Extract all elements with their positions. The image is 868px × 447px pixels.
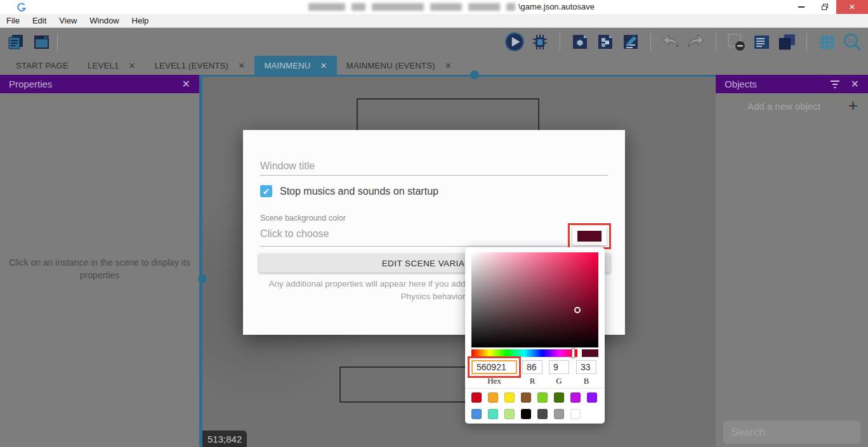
objects-panel-title: Objects [725,79,757,89]
properties-panel-title: Properties [9,79,52,89]
preset-color-swatch[interactable] [537,392,548,403]
menu-view[interactable]: View [53,14,83,28]
preset-swatch-row [471,409,581,419]
close-icon[interactable]: ✕ [182,78,190,90]
preset-color-swatch[interactable] [554,409,564,419]
menu-window[interactable]: Window [83,14,125,28]
stop-sounds-checkbox[interactable]: ✓ [260,185,272,197]
grid-icon[interactable] [816,31,838,53]
saturation-cursor[interactable] [574,307,581,313]
field-underline [260,246,568,247]
annotation-highlight [568,223,611,249]
toolbar-separator [57,33,58,51]
titlebar-filename: \game.json.autosave [518,2,595,11]
scene-editor-icon[interactable] [30,31,52,53]
menubar: File Edit View Window Help [0,14,868,28]
preset-color-swatch[interactable] [521,409,531,419]
project-manager-icon[interactable] [5,31,27,53]
filter-icon[interactable] [829,80,841,89]
objects-editor-icon[interactable] [569,31,591,53]
scene-background-label: Scene background color [260,214,346,223]
tabbar: START PAGE LEVEL1 ✕ LEVEL1 (EVENTS) ✕ MA… [0,56,868,75]
saturation-area[interactable] [471,252,598,347]
preset-color-swatch[interactable] [537,409,548,419]
preset-color-swatch[interactable] [521,392,531,403]
tab-close-icon[interactable]: ✕ [238,61,245,70]
titlebar-redacted-path [308,3,515,11]
cursor-coordinates-badge: 513;842 [202,431,247,447]
preset-color-swatch[interactable] [471,409,482,419]
hex-field-label: Hex [487,376,501,386]
titlebar: \game.json.autosave ✕ [0,0,868,14]
add-object-row[interactable]: Add a new object + [716,93,868,119]
preset-color-swatch[interactable] [488,392,498,403]
toolbar-separator [650,33,651,51]
toolbar-separator [806,33,807,51]
minimize-icon [798,6,805,8]
scene-background-swatch-button[interactable] [572,227,607,245]
g-field-label: G [556,376,562,386]
tab-level1-events[interactable]: LEVEL1 (EVENTS) ✕ [145,56,255,75]
close-icon: ✕ [849,3,855,11]
close-button[interactable]: ✕ [836,0,868,14]
tab-mainmenu-events[interactable]: MAINMENU (EVENTS) ✕ [337,56,461,75]
current-color-preview [582,349,598,357]
menu-file[interactable]: File [0,14,26,28]
preset-color-swatch[interactable] [471,392,482,403]
tab-close-icon[interactable]: ✕ [128,61,135,70]
undo-icon[interactable] [660,31,681,53]
objects-search-input[interactable] [731,426,868,439]
tab-label: MAINMENU (EVENTS) [346,61,435,70]
preset-color-swatch[interactable] [587,392,597,403]
tab-level1[interactable]: LEVEL1 ✕ [78,56,145,75]
tab-label: LEVEL1 (EVENTS) [155,61,229,70]
zoom-1-1-icon[interactable]: 1:1 [841,31,863,53]
tab-close-icon[interactable]: ✕ [320,61,327,70]
minimize-button[interactable] [789,0,813,14]
gdevelop-logo-icon [16,2,27,12]
color-picker-popup: Hex R G B [465,247,605,424]
preset-color-swatch[interactable] [504,392,515,403]
popup-divider [465,388,605,389]
redo-icon[interactable] [685,31,707,53]
preset-swatch-row [471,392,597,403]
preset-color-swatch[interactable] [554,392,564,403]
red-input[interactable] [522,360,542,374]
checkmark-icon: ✓ [263,186,270,197]
preset-color-swatch[interactable] [570,409,581,419]
blue-input[interactable] [576,360,596,374]
debug-icon[interactable] [529,31,551,53]
preset-color-swatch[interactable] [570,392,581,403]
divider-handle[interactable] [470,70,479,79]
preset-color-swatch[interactable] [504,409,515,419]
menu-help[interactable]: Help [126,14,155,28]
divider-handle[interactable] [198,275,207,283]
object-groups-icon[interactable] [595,31,616,53]
hex-input[interactable] [471,360,517,374]
scene-properties-icon[interactable] [620,31,641,53]
tab-label: MAINMENU [264,61,310,70]
layers-icon[interactable] [776,31,798,53]
tab-label: START PAGE [16,61,69,70]
tab-close-icon[interactable]: ✕ [445,61,452,70]
restore-button[interactable] [813,0,836,14]
toolbar-separator [560,33,560,51]
properties-empty-message: Click on an instance in the scene to dis… [8,256,192,282]
close-icon[interactable]: ✕ [851,78,859,90]
tab-mainmenu[interactable]: MAINMENU ✕ [254,56,336,75]
toggle-mask-icon[interactable] [725,31,747,53]
menu-edit[interactable]: Edit [26,14,53,28]
preset-color-swatch[interactable] [488,409,498,419]
window-title-field[interactable] [260,157,608,176]
scene-background-value[interactable]: Click to choose [260,228,329,240]
objects-panel-header: Objects ✕ [716,75,868,93]
hue-slider-handle[interactable] [572,348,575,358]
svg-text:1:1: 1:1 [847,38,854,44]
play-icon[interactable] [504,31,525,53]
add-icon[interactable]: + [848,96,858,115]
tab-label: LEVEL1 [88,61,119,70]
instances-list-icon[interactable] [751,31,772,53]
tab-start-page[interactable]: START PAGE [6,56,78,75]
objects-search-box[interactable] [723,420,860,444]
green-input[interactable] [549,360,569,374]
